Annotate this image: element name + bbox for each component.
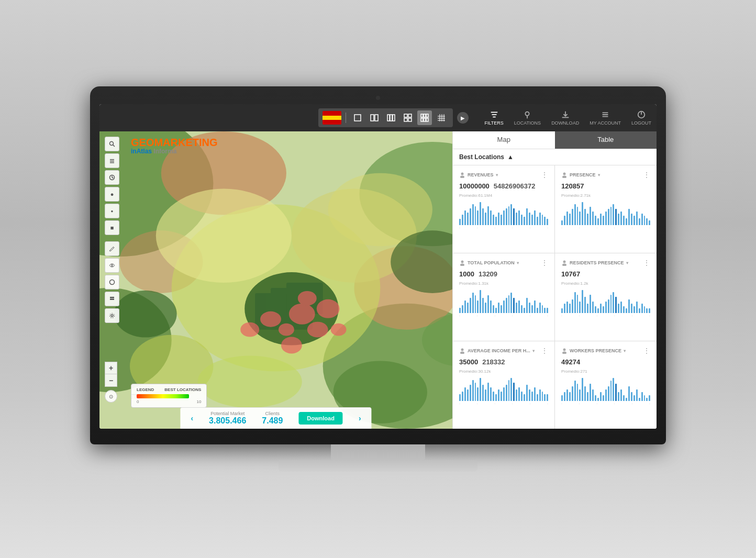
- metric-more-btn[interactable]: ⋮: [541, 171, 548, 179]
- square-tool-btn[interactable]: ■: [105, 220, 119, 235]
- tab-map[interactable]: Map: [453, 131, 555, 149]
- metric-chart: Promedio:1.2k ······: [561, 281, 650, 313]
- bar: [477, 210, 479, 225]
- eye-tool-btn[interactable]: [105, 258, 119, 273]
- bottom-bar: ‹ Potential Market 3.805.466 Clients 7.4…: [180, 407, 371, 429]
- flag-button[interactable]: [323, 111, 341, 125]
- bar: [542, 305, 543, 313]
- search-tool-btn[interactable]: [105, 137, 119, 151]
- bar: [524, 394, 525, 401]
- bar: [633, 395, 635, 401]
- bar: [510, 204, 512, 225]
- stack-tool-btn[interactable]: [105, 292, 119, 306]
- monitor-base: [279, 460, 477, 472]
- dot-tool-btn1[interactable]: ●: [105, 187, 119, 202]
- svg-rect-74: [110, 299, 114, 300]
- bar: [641, 392, 643, 401]
- download-btn[interactable]: Download: [298, 412, 343, 425]
- view-btn-single[interactable]: [350, 110, 365, 125]
- view-btn-grid6[interactable]: [417, 110, 432, 125]
- bar: [542, 392, 543, 401]
- panel-toggle-btn[interactable]: ▶: [457, 112, 469, 124]
- zoom-out-btn[interactable]: −: [105, 374, 117, 387]
- bar: [572, 299, 573, 313]
- bar: [603, 306, 604, 313]
- logo-sub: inAtlas Informa: [131, 148, 218, 155]
- bar: [503, 210, 505, 225]
- bar: [493, 392, 494, 401]
- metric-chart: Promedio:2.71k ······: [561, 193, 650, 225]
- nav-account[interactable]: MY ACCOUNT: [590, 110, 621, 126]
- bar: [636, 389, 638, 401]
- bar: [526, 385, 528, 401]
- bar: [603, 216, 604, 225]
- bar: [577, 384, 579, 401]
- view-btn-grid4[interactable]: [401, 110, 415, 125]
- bar: [498, 303, 499, 313]
- edit-tool-btn[interactable]: [105, 241, 119, 256]
- circle-tool-btn[interactable]: [105, 275, 119, 289]
- metric-card-total_population: TOTAL POPULATION ▾ ⋮ 1000 13209 Promedio…: [453, 253, 554, 341]
- nav-logout[interactable]: LOGOUT: [631, 110, 651, 126]
- bars-container: [459, 375, 548, 401]
- map-section[interactable]: GEOMARKETING inAtlas Informa: [99, 131, 452, 429]
- bar: [613, 204, 614, 225]
- view-btn-grid8[interactable]: [434, 110, 449, 125]
- dot-tool-btn2[interactable]: ●: [105, 204, 119, 218]
- metric-more-btn[interactable]: ⋮: [643, 171, 650, 179]
- bar: [577, 207, 579, 225]
- metric-more-btn[interactable]: ⋮: [541, 259, 548, 267]
- svg-rect-14: [424, 118, 426, 121]
- best-locations-chevron: ▲: [507, 153, 514, 161]
- metric-more-btn[interactable]: ⋮: [643, 259, 650, 267]
- compass[interactable]: ⊙: [105, 390, 117, 403]
- bar: [574, 292, 576, 313]
- svg-point-49: [260, 311, 281, 327]
- bar: [605, 389, 607, 401]
- zoom-in-btn[interactable]: +: [105, 362, 117, 374]
- layers-tool-btn[interactable]: [105, 153, 119, 168]
- bar: [595, 395, 596, 401]
- tab-table[interactable]: Table: [555, 131, 657, 149]
- panel-tabs: Map Table: [453, 131, 657, 149]
- svg-rect-73: [110, 297, 114, 298]
- bar: [644, 395, 646, 401]
- svg-point-52: [281, 337, 302, 354]
- svg-point-87: [563, 349, 566, 351]
- nav-filters[interactable]: FILTERS: [484, 110, 503, 126]
- bar: [462, 305, 463, 313]
- svg-rect-1: [371, 115, 374, 121]
- bar: [480, 202, 481, 225]
- view-btn-double[interactable]: [367, 110, 382, 125]
- nav-download[interactable]: DOWNLOAD: [551, 110, 579, 126]
- bar: [493, 215, 494, 225]
- bar: [649, 220, 650, 225]
- bar: [623, 216, 625, 225]
- potential-market-stat: Potential Market 3.805.466: [209, 411, 246, 426]
- x-axis: ······: [459, 226, 548, 230]
- bar: [595, 306, 596, 313]
- avg-label: Promedio:271: [561, 369, 650, 374]
- bottom-prev-btn[interactable]: ‹: [191, 414, 193, 422]
- time-tool-btn[interactable]: [105, 170, 119, 185]
- bar: [521, 305, 522, 313]
- metric-more-btn[interactable]: ⋮: [643, 347, 650, 355]
- metric-values: 35000 218332: [459, 358, 548, 366]
- nav-locations[interactable]: LOCATIONS: [514, 110, 541, 126]
- svg-rect-7: [408, 114, 412, 117]
- metric-more-btn[interactable]: ⋮: [541, 347, 548, 355]
- bar: [472, 204, 474, 225]
- metric-header: WORKERS PRESENCE ▾ ⋮: [561, 347, 650, 355]
- settings-tool-btn[interactable]: [105, 308, 119, 323]
- bar: [592, 389, 594, 401]
- bar: [574, 381, 576, 401]
- x-axis: ······: [459, 314, 548, 318]
- svg-rect-15: [426, 118, 428, 121]
- metric-header: REVENUES ▾ ⋮: [459, 171, 548, 179]
- view-btn-triple[interactable]: [384, 110, 398, 125]
- svg-point-25: [526, 112, 529, 116]
- bar: [646, 218, 648, 225]
- bar: [633, 306, 635, 313]
- bottom-next-btn[interactable]: ›: [359, 414, 361, 422]
- bar: [539, 213, 541, 225]
